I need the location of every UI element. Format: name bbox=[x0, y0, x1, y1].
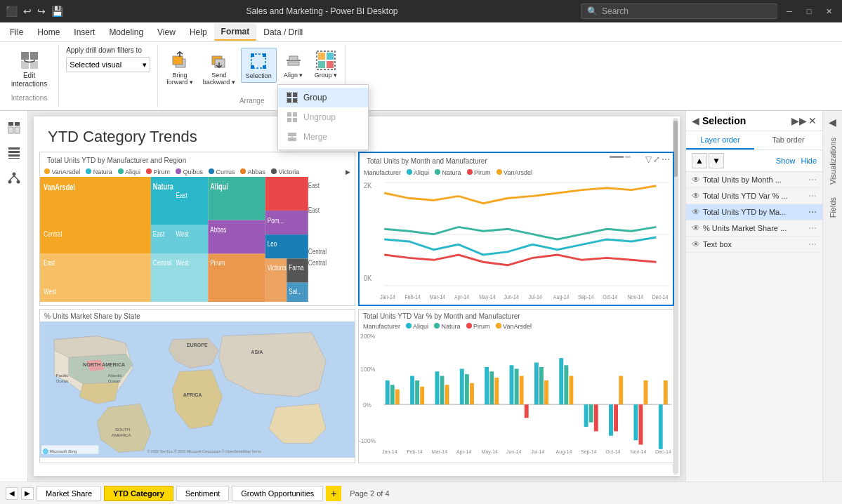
svg-text:May-14: May-14 bbox=[479, 293, 496, 300]
menu-insert[interactable]: Insert bbox=[67, 25, 102, 40]
svg-text:Dec-14: Dec-14 bbox=[655, 449, 671, 455]
drill-filter-dropdown[interactable]: Selected visual ▾ bbox=[66, 57, 150, 72]
layer-item-0[interactable]: 👁 Total Units by Month ... ⋯ bbox=[686, 172, 822, 188]
mfr-natura: Natura bbox=[86, 168, 112, 175]
menu-format[interactable]: Format bbox=[214, 24, 257, 41]
layer-item-2[interactable]: 👁 Total Units YTD by Ma... ⋯ bbox=[686, 204, 822, 220]
add-page-button[interactable]: + bbox=[326, 486, 341, 501]
bring-forward-button[interactable]: Bringforward ▾ bbox=[162, 48, 197, 88]
svg-rect-129 bbox=[539, 367, 544, 404]
svg-rect-20 bbox=[318, 53, 325, 60]
group-button[interactable]: Group ▾ bbox=[310, 48, 342, 81]
tab-sentiment[interactable]: Sentiment bbox=[176, 486, 230, 501]
visualizations-label[interactable]: Visualizations bbox=[826, 132, 840, 190]
chart2-title: Total Units by Month and Manufacturer bbox=[362, 154, 492, 166]
dropdown-group-item[interactable]: Group bbox=[278, 88, 368, 107]
collapse-right-icon[interactable]: ◀ bbox=[826, 114, 839, 131]
scroll-right-icon[interactable]: ▶ bbox=[346, 168, 350, 175]
collapse-left-icon[interactable]: ◀ bbox=[692, 115, 699, 126]
model-view-icon[interactable] bbox=[3, 167, 25, 190]
save-btn[interactable]: 💾 bbox=[51, 6, 63, 17]
align-button[interactable]: Align ▾ bbox=[278, 48, 309, 81]
fields-label[interactable]: Fields bbox=[826, 192, 840, 223]
layer-item-text-0: Total Units by Month ... bbox=[703, 175, 805, 184]
data-view-icon[interactable] bbox=[3, 142, 25, 164]
layer-item-3[interactable]: 👁 % Units Market Share ... ⋯ bbox=[686, 220, 822, 237]
chart4-vanArsdel: VanArsdel bbox=[496, 323, 532, 330]
menu-file[interactable]: File bbox=[3, 25, 30, 40]
svg-rect-27 bbox=[8, 127, 13, 133]
expand-icon[interactable]: ⤢ bbox=[653, 154, 660, 164]
minimize-button[interactable]: ─ bbox=[782, 4, 797, 19]
svg-rect-26 bbox=[15, 122, 20, 126]
menu-modeling[interactable]: Modeling bbox=[102, 25, 150, 40]
tab-layer-order[interactable]: Layer order bbox=[686, 131, 754, 150]
chart-bar[interactable]: Total Units YTD Var % by Month and Manuf… bbox=[358, 309, 674, 463]
tab-market-share[interactable]: Market Share bbox=[37, 486, 101, 501]
svg-rect-109 bbox=[386, 380, 390, 404]
prev-page-button[interactable]: ◀ bbox=[6, 487, 18, 500]
chart-line[interactable]: Total Units by Month and Manufacturer ▽ … bbox=[358, 152, 674, 306]
maximize-button[interactable]: □ bbox=[801, 4, 817, 19]
move-up-button[interactable]: ▲ bbox=[692, 153, 707, 168]
svg-text:Feb-14: Feb-14 bbox=[407, 449, 422, 455]
map-area: NORTH AMERICA Pacific Ocean Atlantic Oce… bbox=[40, 321, 355, 458]
menu-view[interactable]: View bbox=[150, 25, 183, 40]
status-bar: ◀ ▶ Market Share YTD Category Sentiment … bbox=[0, 482, 842, 504]
layer-more-icon-3[interactable]: ⋯ bbox=[808, 223, 817, 233]
svg-rect-22 bbox=[318, 61, 325, 68]
svg-text:Abbas: Abbas bbox=[210, 225, 226, 234]
chart4-pirum: Pirum bbox=[466, 323, 490, 330]
group-item-icon bbox=[287, 92, 298, 103]
menu-help[interactable]: Help bbox=[183, 25, 214, 40]
next-page-button[interactable]: ▶ bbox=[21, 487, 34, 500]
svg-rect-136 bbox=[594, 404, 598, 431]
dropdown-ungroup-item[interactable]: Ungroup bbox=[278, 107, 368, 127]
layer-item-1[interactable]: 👁 Total Units YTD Var % ... ⋯ bbox=[686, 188, 822, 204]
close-button[interactable]: ✕ bbox=[821, 4, 836, 19]
show-hide-controls: Show Hide bbox=[776, 157, 817, 165]
layer-more-icon-1[interactable]: ⋯ bbox=[808, 191, 817, 201]
show-all-button[interactable]: Show bbox=[776, 157, 796, 165]
filter-icon[interactable]: ▽ bbox=[645, 154, 652, 164]
title-search-box[interactable]: 🔍 Search bbox=[581, 4, 777, 19]
tab-ytd-category[interactable]: YTD Category bbox=[104, 486, 173, 501]
chart-map[interactable]: % Units Market Share by State bbox=[39, 309, 355, 463]
layer-item-4[interactable]: 👁 Text box ⋯ bbox=[686, 237, 822, 253]
redo-btn[interactable]: ↪ bbox=[37, 6, 46, 17]
send-backward-button[interactable]: Sendbackward ▾ bbox=[199, 48, 239, 88]
bring-forward-icon bbox=[170, 51, 190, 70]
menu-data-drill[interactable]: Data / Drill bbox=[256, 25, 310, 40]
mfr-victoria: Victoria bbox=[271, 168, 299, 175]
selection-button[interactable]: Selection bbox=[241, 48, 277, 83]
report-view-icon[interactable] bbox=[3, 117, 25, 139]
chart-treemap[interactable]: Total Units YTD by Manufacturer and Regi… bbox=[39, 152, 355, 306]
svg-text:Pom...: Pom... bbox=[268, 216, 284, 225]
edit-interactions-button[interactable]: Editinteractions bbox=[7, 48, 51, 91]
svg-text:Atlantic: Atlantic bbox=[108, 373, 122, 378]
undo-btn[interactable]: ↩ bbox=[23, 6, 32, 17]
hide-all-button[interactable]: Hide bbox=[801, 157, 817, 165]
svg-text:Jan-14: Jan-14 bbox=[382, 449, 397, 455]
chart2-content: 2K 0K bbox=[360, 178, 673, 301]
svg-rect-1 bbox=[30, 52, 38, 60]
svg-rect-18 bbox=[289, 56, 298, 60]
more-icon[interactable]: ⋯ bbox=[662, 154, 670, 164]
chart1-content: VanArsdel East Central West Natura East bbox=[40, 177, 355, 302]
menu-home[interactable]: Home bbox=[30, 25, 67, 40]
layer-more-icon-0[interactable]: ⋯ bbox=[808, 175, 817, 185]
title-bar-left: ⬛ ↩ ↪ 💾 bbox=[6, 6, 63, 17]
edit-interactions-icon bbox=[20, 51, 39, 70]
move-down-button[interactable]: ▼ bbox=[709, 153, 724, 168]
layer-more-icon-4[interactable]: ⋯ bbox=[808, 239, 817, 249]
tab-growth-opportunities[interactable]: Growth Opportunities bbox=[232, 486, 323, 501]
tab-tab-order[interactable]: Tab order bbox=[754, 131, 822, 150]
close-panel-icon[interactable]: ✕ bbox=[808, 115, 817, 126]
svg-text:Feb-14: Feb-14 bbox=[405, 293, 421, 300]
layer-more-icon-2[interactable]: ⋯ bbox=[808, 207, 817, 217]
expand-panel-icon[interactable]: ▶▶ bbox=[791, 115, 807, 126]
svg-rect-13 bbox=[251, 53, 254, 57]
svg-rect-30 bbox=[8, 151, 20, 153]
svg-text:West: West bbox=[176, 230, 189, 238]
dropdown-merge-item[interactable]: Merge bbox=[278, 127, 368, 147]
